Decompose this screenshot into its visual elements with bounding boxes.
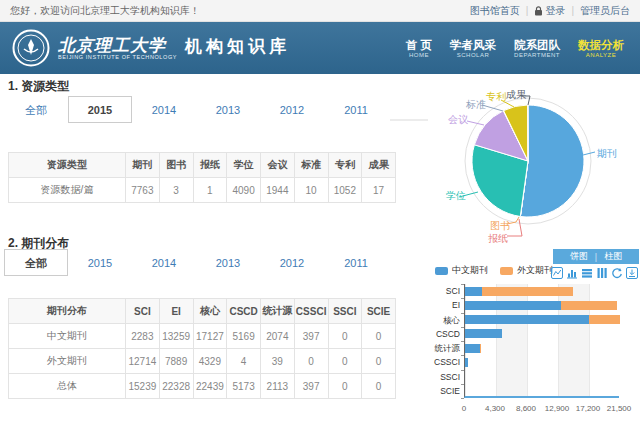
legend-item-cn[interactable]: 中文期刊 — [435, 264, 488, 277]
table-row: 资源数据/篇7763314090194410105217 — [9, 178, 396, 203]
table-cell: 0 — [328, 349, 362, 374]
table-cell: 10 — [294, 178, 328, 203]
toolbox-line-chart-icon[interactable] — [551, 267, 563, 279]
nav-item-label: 数据分析 — [578, 39, 624, 52]
legend-item-fn[interactable]: 外文期刊 — [500, 264, 553, 277]
table-header-cell: 核心 — [193, 299, 227, 324]
tab-2014[interactable]: 2014 — [132, 249, 196, 276]
toolbox-restore-icon[interactable] — [611, 267, 623, 279]
category-label: SCIE — [430, 384, 460, 398]
tab-2015[interactable]: 2015 — [68, 96, 132, 123]
table-cell: 5169 — [227, 324, 261, 349]
main-nav: 首 页HOME学者风采SCHOLAR院系团队DEPARTMENT数据分析ANAL… — [406, 39, 624, 58]
toolbox-tiled-icon[interactable] — [596, 267, 608, 279]
toolbox-stack-icon[interactable] — [581, 267, 593, 279]
tab-2012[interactable]: 2012 — [260, 96, 324, 123]
nav-item-scholar[interactable]: 学者风采SCHOLAR — [450, 39, 496, 58]
nav-item-sublabel: HOME — [406, 52, 432, 58]
tab-2013[interactable]: 2013 — [196, 96, 260, 123]
table-cell: 4090 — [227, 178, 261, 203]
tab-all[interactable]: 全部 — [4, 249, 68, 276]
tab-2015[interactable]: 2015 — [68, 249, 132, 276]
table-header-cell: 标准 — [294, 153, 328, 178]
table-cell: 15239 — [126, 374, 160, 399]
legend-label: 外文期刊 — [517, 264, 553, 277]
pie-chart-svg — [390, 75, 640, 265]
table-header-cell: EI — [159, 299, 193, 324]
chart-type-switch: 饼图 | 柱图 — [553, 249, 639, 264]
pie-label-0: 期刊 — [597, 147, 617, 161]
nav-item-label: 学者风采 — [450, 39, 496, 52]
nav-item-sublabel: ANALYZE — [578, 52, 624, 58]
tab-2011[interactable]: 2011 — [324, 249, 388, 276]
row-label-cell: 外文期刊 — [9, 349, 126, 374]
site-header: 北京理工大学 BEIJING INSTITUTE OF TECHNOLOGY 机… — [0, 22, 640, 74]
welcome-text: 您好，欢迎访问北京理工大学机构知识库！ — [10, 4, 200, 18]
login-link[interactable]: 登录 — [534, 4, 565, 18]
x-axis-label: 4,300 — [485, 404, 505, 413]
bar-segment-fn[interactable] — [589, 315, 620, 324]
nav-item-analyze[interactable]: 数据分析ANALYZE — [578, 39, 624, 58]
table-cell: 1944 — [261, 178, 295, 203]
pie-label-1: 图书 — [490, 219, 510, 233]
tab-2012[interactable]: 2012 — [260, 249, 324, 276]
pie-label-4: 会议 — [448, 113, 468, 127]
x-axis-label: 12,900 — [545, 404, 569, 413]
right-panel: 期刊图书报纸学位会议标准专利成果 中文期刊外文期刊 饼图 | 柱图 SCIEI核… — [390, 75, 640, 425]
toolbox-bar-chart-icon[interactable] — [566, 267, 578, 279]
table-header-cell: CSCD — [227, 299, 261, 324]
pie-label-5: 标准 — [466, 98, 486, 112]
admin-link[interactable]: 管理员后台 — [580, 4, 630, 18]
bar-segment-cn[interactable] — [465, 301, 561, 310]
table-header-cell: 报纸 — [193, 153, 227, 178]
tab-2011[interactable]: 2011 — [324, 96, 388, 123]
stacked-bar — [465, 358, 468, 367]
tab-2014[interactable]: 2014 — [132, 96, 196, 123]
bar-row — [465, 355, 619, 369]
row-label-cell: 资源数据/篇 — [9, 178, 126, 203]
nav-item-home[interactable]: 首 页HOME — [406, 39, 432, 58]
chart-toolbox — [551, 267, 638, 279]
table-cell: 5173 — [227, 374, 261, 399]
lock-icon — [534, 6, 543, 16]
x-axis-label: 17,200 — [576, 404, 600, 413]
table-row: 总体1523922328224395173211339700 — [9, 374, 396, 399]
left-column: 1. 资源类型 全部20152014201320122011 资源类型期刊图书报… — [8, 78, 396, 418]
bar-row — [465, 341, 619, 355]
pie-switch-button[interactable]: 饼图 — [570, 250, 588, 263]
legend-swatch — [435, 267, 448, 275]
toolbox-save-icon[interactable] — [626, 267, 638, 279]
topbar: 您好，欢迎访问北京理工大学机构知识库！ 图书馆首页|登录|管理员后台 — [0, 0, 640, 22]
x-axis-label: 0 — [462, 404, 466, 413]
table-header-cell: 学位 — [227, 153, 261, 178]
bar-segment-cn[interactable] — [465, 344, 480, 353]
bar-row — [465, 284, 619, 298]
bar-segment-fn[interactable] — [561, 301, 618, 310]
table-header-cell: 统计源 — [261, 299, 295, 324]
bar-chart-legend: 中文期刊外文期刊 — [435, 264, 553, 277]
category-label: EI — [430, 298, 460, 312]
pie-slice-0[interactable] — [520, 105, 584, 217]
bar-segment-fn[interactable] — [482, 287, 574, 296]
nav-item-department[interactable]: 院系团队DEPARTMENT — [514, 39, 560, 58]
table-cell: 13259 — [159, 324, 193, 349]
bar-segment-cn[interactable] — [465, 287, 482, 296]
tab-all[interactable]: 全部 — [4, 96, 68, 123]
table-cell: 397 — [294, 324, 328, 349]
table-cell: 2113 — [261, 374, 295, 399]
bar-switch-button[interactable]: 柱图 — [604, 250, 622, 263]
bar-segment-cn[interactable] — [465, 329, 502, 338]
table-header-cell: 期刊 — [126, 153, 160, 178]
table-cell: 0 — [328, 374, 362, 399]
nav-item-label: 院系团队 — [514, 39, 560, 52]
tab-2013[interactable]: 2013 — [196, 249, 260, 276]
bar-row — [465, 313, 619, 327]
library-home-link[interactable]: 图书馆首页 — [470, 4, 520, 18]
bar-segment-cn[interactable] — [465, 315, 589, 324]
journal-bar-chart: SCIEI核心CSCD统计源CSSCISSCISCIE 04,3008,6001… — [430, 284, 640, 424]
nav-item-sublabel: SCHOLAR — [450, 52, 496, 58]
bar-row — [465, 384, 619, 398]
category-label: 统计源 — [430, 341, 460, 355]
category-label: 核心 — [430, 313, 460, 327]
bar-segment-cn[interactable] — [465, 358, 468, 367]
